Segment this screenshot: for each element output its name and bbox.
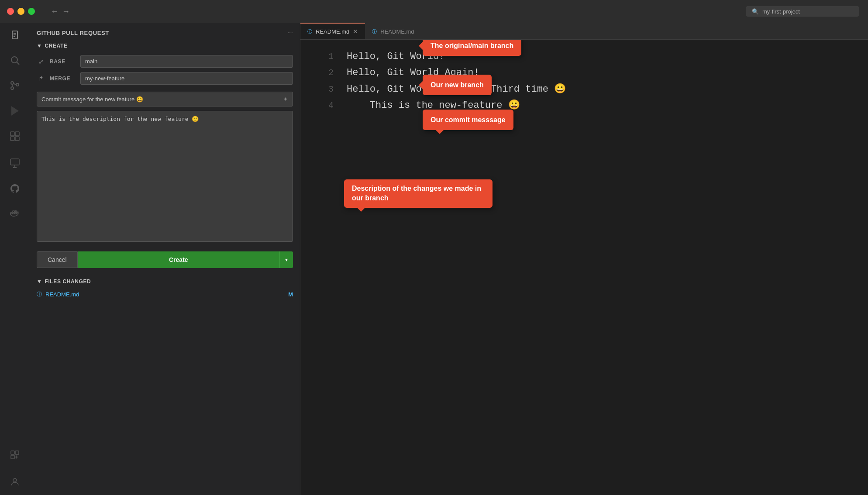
activity-remote-explorer[interactable]	[7, 155, 23, 171]
more-actions-button[interactable]: ···	[287, 29, 293, 37]
activity-search[interactable]	[7, 52, 23, 68]
activity-docker[interactable]	[7, 206, 23, 222]
tab-info-icon: ⓘ	[307, 28, 312, 35]
search-bar[interactable]: 🔍 my-first-project	[746, 6, 859, 17]
svg-rect-9	[15, 132, 19, 136]
minimize-button[interactable]	[17, 8, 24, 15]
nav-arrows: ← →	[51, 7, 70, 16]
base-branch-row: ⤢ BASE	[37, 55, 293, 68]
sidebar-header: GITHUB PULL REQUEST ···	[30, 23, 300, 43]
editor-area: ⓘ README.md ✕ ⓘ README.md 1 Hello, Git W…	[300, 23, 868, 495]
search-text: my-first-project	[762, 8, 800, 15]
line-num-1: 1	[318, 49, 334, 64]
editor-content: 1 Hello, Git World! 2 Hello, Git World A…	[300, 40, 868, 495]
forward-button[interactable]: →	[62, 7, 70, 16]
base-branch-input[interactable]	[80, 55, 293, 68]
branch-icon: ⤢	[37, 58, 45, 65]
create-section-label[interactable]: ▼ CREATE	[37, 43, 293, 49]
commit-message-row[interactable]: Commit message for the new feature 😀 ✦	[37, 92, 293, 107]
svg-rect-11	[15, 137, 19, 141]
line-num-4: 4	[318, 98, 334, 113]
traffic-lights	[7, 8, 35, 15]
files-changed-header[interactable]: ▼ FILES CHANGED	[37, 278, 293, 285]
tab-name-inactive: README.md	[380, 28, 414, 35]
merge-label: MERGE	[50, 76, 76, 82]
merge-icon: ↱	[37, 75, 45, 82]
file-info-icon: ⓘ	[37, 291, 42, 298]
description-textarea[interactable]: This is the description for the new feat…	[37, 111, 293, 242]
callout-new-branch-text: Our new branch	[431, 81, 484, 89]
titlebar: ← → 🔍 my-first-project	[0, 0, 868, 23]
line-3: 3 Hello, Git World for the Third time 😀	[318, 81, 851, 97]
svg-marker-7	[12, 107, 18, 115]
tab-readme-active[interactable]: ⓘ README.md ✕	[300, 23, 365, 39]
tab-bar: ⓘ README.md ✕ ⓘ README.md	[300, 23, 868, 40]
svg-rect-12	[10, 159, 19, 165]
sparkle-icon: ✦	[283, 96, 288, 103]
create-label: CREATE	[45, 43, 67, 49]
search-icon: 🔍	[752, 8, 759, 15]
maximize-button[interactable]	[28, 8, 35, 15]
callout-original-branch: The original/main branch	[423, 40, 521, 56]
svg-rect-23	[11, 455, 14, 459]
sidebar-actions: ···	[287, 29, 293, 37]
file-row[interactable]: ⓘ README.md M	[37, 289, 293, 300]
line-4: 4 This is the new-feature 😀	[318, 97, 851, 113]
svg-rect-10	[10, 137, 14, 141]
svg-point-3	[11, 87, 14, 89]
base-label: BASE	[50, 58, 76, 65]
tab-readme-inactive[interactable]: ⓘ README.md	[365, 23, 421, 39]
files-section: ▼ FILES CHANGED ⓘ README.md M	[30, 278, 300, 300]
callout-description-text: Description of the changes we made in ou…	[352, 185, 481, 202]
svg-point-20	[17, 212, 18, 213]
svg-rect-22	[15, 451, 19, 454]
tab-name-active: README.md	[316, 28, 349, 35]
activity-account[interactable]	[7, 474, 23, 490]
close-button[interactable]	[7, 8, 14, 15]
create-button[interactable]: Create	[78, 251, 279, 268]
file-status-badge: M	[288, 291, 293, 298]
svg-point-2	[11, 82, 14, 84]
activity-run[interactable]	[7, 103, 23, 119]
callout-description: Description of the changes we made in ou…	[344, 179, 493, 208]
file-name-text: README.md	[45, 291, 79, 298]
svg-rect-18	[13, 211, 14, 212]
sidebar: GITHUB PULL REQUEST ··· ▼ CREATE ⤢ BASE …	[30, 23, 300, 495]
chevron-down-icon: ▼	[37, 43, 42, 49]
merge-branch-row: ↱ MERGE	[37, 72, 293, 85]
back-button[interactable]: ←	[51, 7, 59, 16]
svg-rect-8	[10, 132, 14, 136]
svg-line-6	[14, 84, 16, 85]
tab-close-button[interactable]: ✕	[353, 28, 358, 35]
line-num-2: 2	[318, 65, 334, 80]
activity-github[interactable]	[7, 181, 23, 196]
callout-commit-message-text: Our commit messsage	[431, 116, 506, 124]
commit-message-text: Commit message for the new feature 😀	[41, 96, 283, 103]
activity-extensions[interactable]	[7, 128, 23, 144]
activity-extensions-bottom[interactable]	[7, 447, 23, 463]
create-dropdown-button[interactable]: ▾	[279, 251, 293, 268]
create-section: ▼ CREATE ⤢ BASE ↱ MERGE Commit message f…	[30, 43, 300, 268]
callout-original-branch-text: The original/main branch	[431, 42, 513, 49]
svg-line-1	[17, 62, 20, 65]
line-num-3: 3	[318, 82, 334, 97]
tab-info-icon-2: ⓘ	[372, 28, 377, 35]
app-body: GITHUB PULL REQUEST ··· ▼ CREATE ⤢ BASE …	[0, 23, 868, 495]
activity-source-control[interactable]	[7, 78, 23, 93]
callout-new-branch: Our new branch	[423, 75, 492, 95]
svg-point-24	[13, 478, 17, 482]
line-2: 2 Hello, Git World Again!	[318, 65, 851, 81]
line-1: 1 Hello, Git World!	[318, 48, 851, 65]
activity-explorer[interactable]	[7, 27, 23, 43]
files-changed-label: FILES CHANGED	[45, 278, 91, 285]
activity-bar	[0, 23, 30, 495]
file-name-container: ⓘ README.md	[37, 291, 79, 298]
callout-commit-message: Our commit messsage	[423, 110, 513, 130]
svg-point-0	[11, 57, 17, 63]
chevron-down-icon: ▼	[37, 278, 42, 285]
merge-branch-input[interactable]	[80, 72, 293, 85]
svg-rect-21	[11, 451, 14, 454]
sidebar-title: GITHUB PULL REQUEST	[37, 30, 109, 36]
svg-point-4	[16, 83, 19, 86]
cancel-button[interactable]: Cancel	[37, 251, 78, 268]
